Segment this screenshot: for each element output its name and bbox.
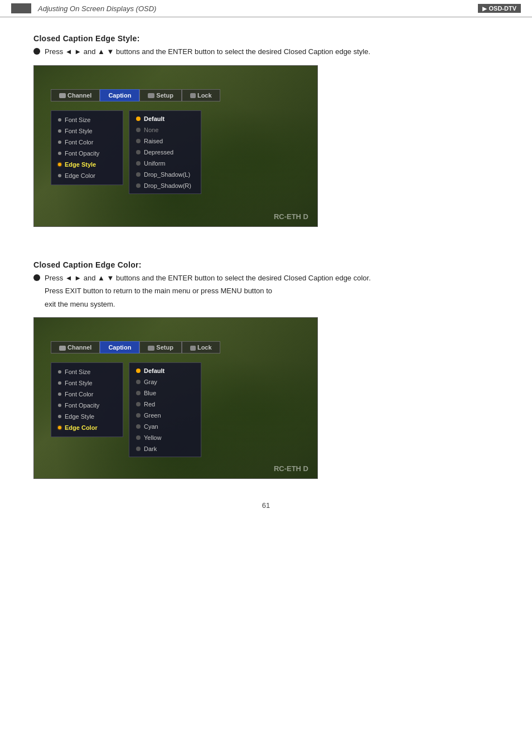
submenu-gray-2[interactable]: Gray bbox=[129, 376, 201, 387]
menu-font-color-2[interactable]: Font Color bbox=[51, 389, 123, 400]
submenu-default-1[interactable]: Default bbox=[129, 113, 201, 124]
menu-font-size-1[interactable]: Font Size bbox=[51, 114, 123, 125]
tab-bar-1: Channel Caption Setup Lock bbox=[51, 89, 220, 101]
osd-overlay-2: Channel Caption Setup Lock Font Size bbox=[34, 318, 317, 478]
menu-font-opacity-2[interactable]: Font Opacity bbox=[51, 400, 123, 411]
menu-dot-1 bbox=[58, 118, 61, 122]
watermark-1: RC-ETH D bbox=[274, 212, 308, 221]
tab-bar-2: Channel Caption Setup Lock bbox=[51, 341, 220, 353]
section1-bullet: Press ◄ ► and ▲ ▼ buttons and the ENTER … bbox=[33, 46, 499, 57]
submenu-default-2[interactable]: Default bbox=[129, 365, 201, 376]
header-icon bbox=[11, 3, 31, 13]
section2-extra1: Press EXIT button to return to the main … bbox=[33, 285, 499, 297]
page-header: Adjusting On Screen Displays (OSD) OSD-D… bbox=[0, 0, 532, 17]
tab-setup-1[interactable]: Setup bbox=[139, 89, 182, 101]
menu-font-style-2[interactable]: Font Style bbox=[51, 377, 123, 389]
menu-dot-3 bbox=[58, 140, 61, 144]
menu-edge-style-1[interactable]: Edge Style bbox=[51, 159, 123, 170]
bullet-dot-1 bbox=[33, 48, 40, 55]
page-number: 61 bbox=[262, 501, 270, 510]
section2-extra2: exit the menu system. bbox=[33, 299, 499, 310]
submenu-uniform-1[interactable]: Uniform bbox=[129, 158, 201, 169]
submenu-dot-3 bbox=[136, 139, 141, 143]
menu-dot-11 bbox=[58, 415, 61, 418]
bullet-dot-2 bbox=[33, 274, 40, 281]
submenu-dot-2 bbox=[136, 128, 141, 132]
section-edge-color: Closed Caption Edge Color: Press ◄ ► and… bbox=[33, 260, 499, 479]
section1-bullet-text: Press ◄ ► and ▲ ▼ buttons and the ENTER … bbox=[45, 46, 499, 57]
tab-channel-2[interactable]: Channel bbox=[51, 341, 100, 353]
submenu-blue-2[interactable]: Blue bbox=[129, 387, 201, 399]
menu-dot-6 bbox=[58, 174, 61, 177]
submenu-dot-10 bbox=[136, 391, 141, 395]
submenu-dropshadowl-1[interactable]: Drop_Shadow(L) bbox=[129, 169, 201, 180]
submenu-dot-11 bbox=[136, 402, 141, 406]
menu-dot-2 bbox=[58, 129, 61, 133]
submenu-dot-7 bbox=[136, 183, 141, 188]
submenu-none-1[interactable]: None bbox=[129, 124, 201, 135]
section-gap-1 bbox=[33, 244, 499, 260]
menu-edge-color-2[interactable]: Edge Color bbox=[51, 422, 123, 433]
page-footer: 61 bbox=[33, 501, 499, 510]
header-title: Adjusting On Screen Displays (OSD) bbox=[38, 4, 156, 13]
tab-channel-1[interactable]: Channel bbox=[51, 89, 100, 101]
submenu-dot-13 bbox=[136, 424, 141, 429]
submenu-dot-12 bbox=[136, 413, 141, 418]
submenu-dropshadowr-1[interactable]: Drop_Shadow(R) bbox=[129, 180, 201, 191]
submenu-dot-6 bbox=[136, 172, 141, 177]
submenu-dot-15 bbox=[136, 447, 141, 451]
menu-dot-9 bbox=[58, 392, 61, 396]
submenu-yellow-2[interactable]: Yellow bbox=[129, 432, 201, 443]
tab-setup-2[interactable]: Setup bbox=[139, 341, 182, 353]
menu-dot-5 bbox=[58, 163, 61, 166]
menu-font-style-1[interactable]: Font Style bbox=[51, 125, 123, 137]
menu-dot-12 bbox=[58, 426, 61, 429]
submenu-dot-9 bbox=[136, 380, 141, 384]
osd-overlay-1: Channel Caption Setup Lock Font Size bbox=[34, 66, 317, 226]
submenu-dot-14 bbox=[136, 435, 141, 440]
menu-font-size-2[interactable]: Font Size bbox=[51, 366, 123, 377]
menu-panel-1: Font Size Font Style Font Color Font Opa… bbox=[51, 110, 123, 185]
submenu-cyan-2[interactable]: Cyan bbox=[129, 421, 201, 432]
submenu-dot-4 bbox=[136, 150, 141, 154]
section-edge-style: Closed Caption Edge Style: Press ◄ ► and… bbox=[33, 34, 499, 227]
menu-font-color-1[interactable]: Font Color bbox=[51, 137, 123, 148]
tab-lock-1[interactable]: Lock bbox=[182, 89, 220, 101]
tv-screenshot-2: Channel Caption Setup Lock Font Size bbox=[33, 317, 318, 479]
submenu-depressed-1[interactable]: Depressed bbox=[129, 147, 201, 158]
submenu-panel-1: Default None Raised Depressed bbox=[129, 110, 201, 194]
main-content: Closed Caption Edge Style: Press ◄ ► and… bbox=[0, 23, 532, 521]
menu-edge-style-2[interactable]: Edge Style bbox=[51, 411, 123, 422]
tv-screenshot-1: Channel Caption Setup Lock Font Size bbox=[33, 65, 318, 227]
menu-dot-10 bbox=[58, 404, 61, 407]
section2-bullet-text: Press ◄ ► and ▲ ▼ buttons and the ENTER … bbox=[45, 273, 499, 284]
submenu-panel-2: Default Gray Blue Red bbox=[129, 362, 201, 457]
section2-bullet: Press ◄ ► and ▲ ▼ buttons and the ENTER … bbox=[33, 273, 499, 284]
submenu-green-2[interactable]: Green bbox=[129, 410, 201, 421]
menu-font-opacity-1[interactable]: Font Opacity bbox=[51, 148, 123, 159]
submenu-dot-8 bbox=[136, 369, 141, 373]
tab-lock-2[interactable]: Lock bbox=[182, 341, 220, 353]
submenu-raised-1[interactable]: Raised bbox=[129, 135, 201, 147]
section1-title: Closed Caption Edge Style: bbox=[33, 34, 499, 43]
submenu-dark-2[interactable]: Dark bbox=[129, 443, 201, 454]
submenu-red-2[interactable]: Red bbox=[129, 399, 201, 410]
header-badge: OSD-DTV bbox=[478, 4, 521, 13]
menu-dot-8 bbox=[58, 381, 61, 385]
menu-dot-7 bbox=[58, 370, 61, 374]
submenu-dot-1 bbox=[136, 117, 141, 121]
menu-panel-2: Font Size Font Style Font Color Font Opa… bbox=[51, 362, 123, 437]
submenu-dot-5 bbox=[136, 161, 141, 166]
watermark-2: RC-ETH D bbox=[274, 464, 308, 473]
menu-dot-4 bbox=[58, 152, 61, 155]
tab-caption-1[interactable]: Caption bbox=[100, 89, 139, 101]
tab-caption-2[interactable]: Caption bbox=[100, 341, 139, 353]
section2-title: Closed Caption Edge Color: bbox=[33, 260, 499, 269]
menu-edge-color-1[interactable]: Edge Color bbox=[51, 170, 123, 181]
